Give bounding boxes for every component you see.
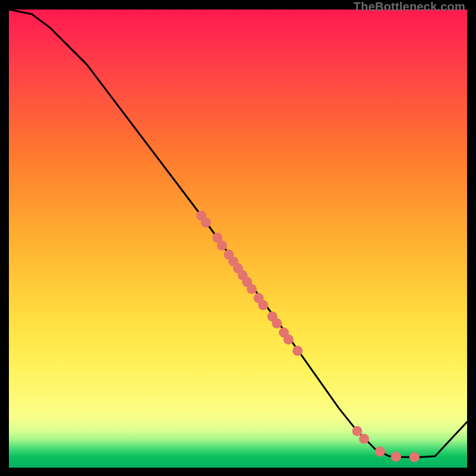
bottleneck-curve: [9, 10, 467, 457]
data-point: [409, 452, 419, 462]
data-point: [391, 452, 401, 462]
data-point: [283, 334, 293, 345]
chart-svg: [9, 10, 467, 468]
watermark-label: TheBottleneck.com: [353, 0, 465, 14]
data-point: [293, 346, 303, 356]
data-point: [258, 300, 268, 310]
data-point: [352, 426, 362, 436]
data-points: [196, 211, 419, 462]
data-point: [217, 240, 227, 250]
data-point: [247, 284, 257, 294]
data-point: [201, 218, 211, 228]
data-point: [375, 447, 385, 457]
data-point: [272, 318, 282, 328]
data-point: [359, 434, 369, 444]
